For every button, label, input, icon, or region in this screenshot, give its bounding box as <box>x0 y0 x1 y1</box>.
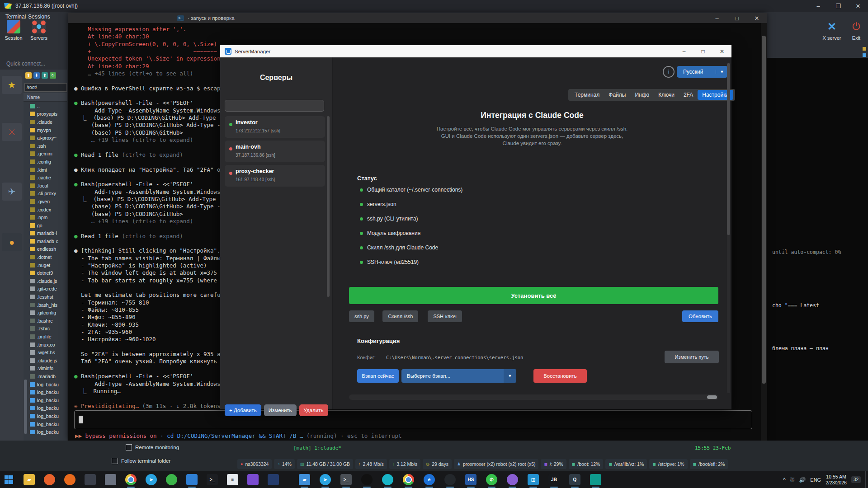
terminal-minimize-button[interactable]: – <box>707 13 727 23</box>
purple-app-icon[interactable] <box>247 474 259 485</box>
whatsapp-icon[interactable]: ✆ <box>486 474 497 485</box>
refresh-icon[interactable]: ↻ <box>50 72 56 79</box>
x-server-button[interactable]: ✕ X server <box>819 20 844 41</box>
scrollbar-thumb[interactable] <box>762 36 766 384</box>
delete-server-button[interactable]: Удалить <box>299 404 328 416</box>
tree-item[interactable]: log_backu <box>24 396 67 404</box>
tree-item[interactable]: myvpn <box>24 126 67 134</box>
show-desktop-button[interactable] <box>865 471 868 488</box>
tree-item[interactable]: .config <box>24 158 67 166</box>
tree-item[interactable]: log_backu <box>24 380 67 389</box>
add-server-button[interactable]: + Добавить <box>225 404 261 416</box>
terminal-maximize-button[interactable]: □ <box>727 13 747 23</box>
tree-item[interactable]: log_backu <box>24 388 67 396</box>
writer-icon[interactable]: ≡ <box>227 474 238 485</box>
tree-item[interactable]: log_backu <box>24 420 67 428</box>
speaker-icon[interactable]: 🔊 <box>799 477 806 483</box>
sftp-globe-icon[interactable]: ● <box>2 233 22 251</box>
tree-item[interactable]: .bash_his <box>24 301 67 309</box>
jetbrains-icon[interactable]: JB <box>548 474 560 485</box>
scrollbar-thumb[interactable] <box>707 395 717 399</box>
minimize-button[interactable]: – <box>808 0 828 12</box>
tab-2FA[interactable]: 2FA <box>679 90 698 100</box>
brave-icon[interactable] <box>44 474 55 485</box>
tree-item[interactable]: .zshrc <box>24 325 67 333</box>
server-list-item[interactable]: proxy-checker161.97.118.40 [ssh] <box>225 165 325 187</box>
quick-connect-input[interactable]: Quick connect... <box>0 58 74 70</box>
chip-Скилл /ssh[interactable]: Скилл /ssh <box>382 310 418 322</box>
tree-item[interactable]: .claude <box>24 118 67 126</box>
explorer-icon[interactable]: ▰ <box>24 474 35 485</box>
telegram-icon[interactable]: ➤ <box>146 474 157 485</box>
tree-item[interactable]: .wget-hs <box>24 348 67 357</box>
server-list-scrollbar[interactable] <box>327 116 330 297</box>
tree-item[interactable]: .cache <box>24 174 67 182</box>
follow-terminal-folder-checkbox[interactable]: Follow terminal folder <box>112 458 170 464</box>
upload-icon[interactable]: ⬆ <box>42 72 48 79</box>
remote-monitoring-checkbox[interactable]: Remote monitoring <box>126 444 179 450</box>
info-button[interactable]: i <box>663 66 675 78</box>
teal-app-icon[interactable] <box>590 474 601 485</box>
navy-app-icon[interactable] <box>268 474 279 485</box>
sm-minimize-button[interactable]: – <box>675 45 693 57</box>
favorites-star-icon[interactable]: ★ <box>2 76 22 94</box>
notification-badge[interactable]: 32 <box>851 476 861 483</box>
server-list-item[interactable]: investor173.212.212.157 [ssh] <box>225 116 325 138</box>
obs-icon[interactable] <box>444 474 456 485</box>
refresh-button[interactable]: Обновить <box>682 310 718 322</box>
tree-item[interactable]: endlessh <box>24 245 67 253</box>
docker-icon[interactable]: ◫ <box>528 474 539 485</box>
tree-item[interactable]: .ssh <box>24 142 67 150</box>
tree-item[interactable]: .claude.js <box>24 277 67 285</box>
tree-item[interactable]: .viminfo <box>24 365 67 373</box>
telegram2-icon[interactable]: ➤ <box>320 474 331 485</box>
backup-now-button[interactable]: Бэкап сейчас <box>357 369 399 383</box>
terminal-scrollbar[interactable] <box>761 23 767 441</box>
tree-item[interactable]: .gemini <box>24 150 67 158</box>
tree-item[interactable]: .tmux.co <box>24 341 67 349</box>
exit-button[interactable]: ⏻ Exit <box>846 20 866 41</box>
tab-Файлы[interactable]: Файлы <box>604 90 630 100</box>
tree-item[interactable]: log_backu <box>24 428 67 436</box>
tab-Инфо[interactable]: Инфо <box>630 90 654 100</box>
tree-item[interactable]: .lesshst <box>24 293 67 301</box>
tray-chevron-icon[interactable]: ^ <box>783 477 786 483</box>
install-all-button[interactable]: Установить всё <box>349 287 718 304</box>
tree-item[interactable]: .bashrc <box>24 317 67 325</box>
app-dark-icon[interactable] <box>85 474 96 485</box>
tree-item[interactable]: log_backu <box>24 412 67 420</box>
change-path-button[interactable]: Изменить путь <box>665 351 719 363</box>
server-search-input[interactable] <box>225 100 324 112</box>
chrome-icon[interactable] <box>125 474 137 485</box>
cyan-app-icon[interactable] <box>382 474 393 485</box>
tree-item[interactable]: .gitconfig <box>24 309 67 317</box>
tree-item[interactable]: .. <box>24 102 67 110</box>
tree-item[interactable]: mariadb-c <box>24 237 67 245</box>
network-tray-icon[interactable]: ⛆ <box>790 477 795 483</box>
tree-item[interactable]: proxyapis <box>24 110 67 118</box>
tab-Ключи[interactable]: Ключи <box>654 90 679 100</box>
start-button[interactable] <box>5 475 13 484</box>
folder-up-icon[interactable]: ⬆ <box>25 72 32 79</box>
servers-button[interactable]: Servers <box>27 20 51 41</box>
hs-icon[interactable]: HS <box>465 474 476 485</box>
tree-item[interactable]: .profile <box>24 333 67 341</box>
session-button[interactable]: Session <box>2 20 25 41</box>
sm-maximize-button[interactable]: □ <box>693 45 712 57</box>
viber-icon[interactable] <box>507 474 518 485</box>
tree-item[interactable]: dotnet9 <box>24 269 67 277</box>
tree-item[interactable]: .cli-proxy <box>24 190 67 198</box>
horizontal-scrollbar[interactable] <box>349 394 718 400</box>
sm-vertical-scrollbar[interactable] <box>727 63 730 393</box>
sm-close-button[interactable]: ✕ <box>712 45 731 57</box>
language-indicator[interactable]: ENG <box>810 477 821 483</box>
tree-scrollbar[interactable] <box>24 380 27 434</box>
mini-tool-icon[interactable] <box>863 47 866 51</box>
tree-item[interactable]: .claude.js <box>24 357 67 365</box>
tree-item[interactable]: .dotnet <box>24 253 67 261</box>
terminal-close-button[interactable]: ✕ <box>747 13 767 23</box>
tree-item[interactable]: .qwen <box>24 197 67 206</box>
tree-item[interactable]: .kimi <box>24 166 67 174</box>
cmd-icon[interactable]: >_ <box>340 474 352 485</box>
tree-item[interactable]: .npm <box>24 213 67 221</box>
